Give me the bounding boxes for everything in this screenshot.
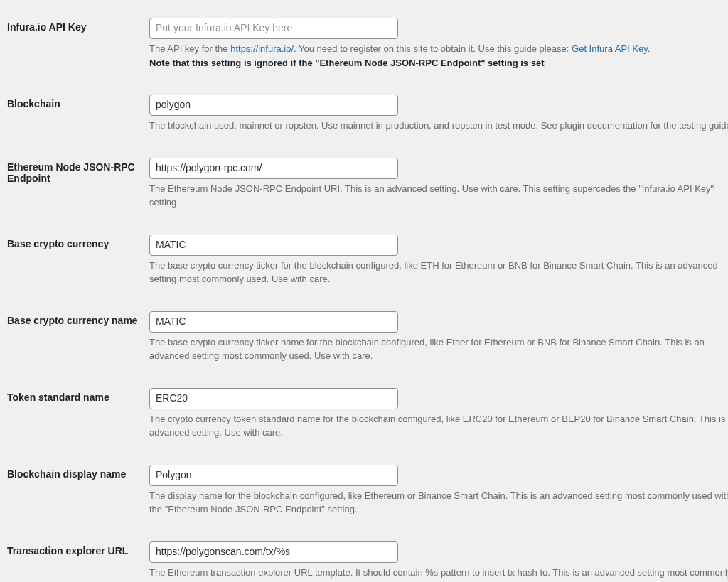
input-basecrypto[interactable] bbox=[149, 235, 398, 256]
row-displayname: Blockchain display name The display name… bbox=[7, 454, 728, 531]
label-tokenstandard: Token standard name bbox=[7, 377, 149, 454]
link-infura-site[interactable]: https://infura.io/ bbox=[230, 43, 294, 54]
desc-endpoint: The Ethereum Node JSON-RPC Endpoint URI.… bbox=[149, 182, 728, 210]
input-txexplorer[interactable] bbox=[149, 541, 398, 563]
input-blockchain[interactable] bbox=[149, 95, 398, 116]
row-basecrypto: Base crypto currency The base crypto cur… bbox=[7, 224, 728, 301]
input-displayname[interactable] bbox=[149, 465, 398, 486]
desc-displayname: The display name for the blockchain conf… bbox=[149, 489, 728, 517]
row-blockchain: Blockchain The blockchain used: mainnet … bbox=[7, 84, 728, 147]
desc-basecrypto: The base crypto currency ticker for the … bbox=[149, 259, 728, 286]
desc-txexplorer: The Ethereum transaction explorer URL te… bbox=[149, 566, 728, 583]
desc-basecryptoname: The base crypto currency ticker name for… bbox=[149, 335, 728, 363]
note-infura: Note that this setting is ignored if the… bbox=[149, 58, 544, 68]
row-basecryptoname: Base crypto currency name The base crypt… bbox=[7, 301, 728, 377]
input-endpoint[interactable] bbox=[149, 158, 398, 179]
desc-infura: The API key for the https://infura.io/. … bbox=[149, 42, 728, 70]
input-infura[interactable] bbox=[149, 18, 398, 39]
input-tokenstandard[interactable] bbox=[149, 388, 398, 409]
settings-table: Infura.io API Key The API key for the ht… bbox=[7, 7, 728, 582]
desc-tokenstandard: The crypto currency token standard name … bbox=[149, 412, 728, 440]
row-infura: Infura.io API Key The API key for the ht… bbox=[7, 7, 728, 84]
label-txexplorer: Transaction explorer URL bbox=[7, 531, 149, 583]
label-blockchain: Blockchain bbox=[7, 84, 149, 147]
label-infura: Infura.io API Key bbox=[7, 7, 149, 84]
row-tokenstandard: Token standard name The crypto currency … bbox=[7, 377, 728, 454]
label-endpoint: Ethereum Node JSON-RPC Endpoint bbox=[7, 147, 149, 224]
row-endpoint: Ethereum Node JSON-RPC Endpoint The Ethe… bbox=[7, 147, 728, 224]
link-infura-guide[interactable]: Get Infura API Key bbox=[572, 43, 648, 54]
row-txexplorer: Transaction explorer URL The Ethereum tr… bbox=[7, 531, 728, 583]
input-basecryptoname[interactable] bbox=[149, 311, 398, 333]
label-displayname: Blockchain display name bbox=[7, 454, 149, 531]
label-basecryptoname: Base crypto currency name bbox=[7, 301, 149, 377]
desc-blockchain: The blockchain used: mainnet or ropsten.… bbox=[149, 119, 728, 133]
label-basecrypto: Base crypto currency bbox=[7, 224, 149, 301]
